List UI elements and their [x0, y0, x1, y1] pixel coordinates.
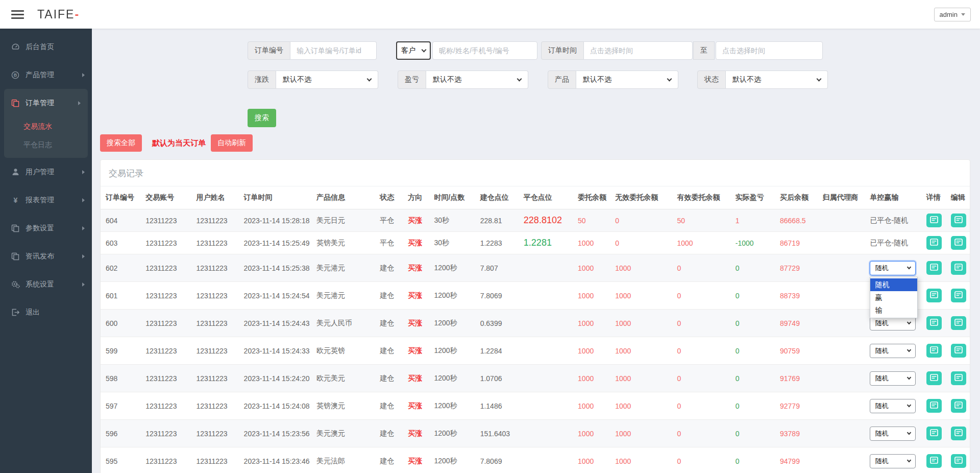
edit-button[interactable] — [951, 371, 966, 385]
chevron-down-icon — [817, 77, 822, 82]
detail-button[interactable] — [926, 344, 942, 358]
sidebar-item-reports[interactable]: ¥报表管理 — [0, 186, 92, 214]
win-lose-select[interactable]: 随机 — [870, 454, 916, 468]
product-select[interactable]: 默认不选 — [576, 70, 678, 89]
auto-refresh-button[interactable]: 自动刷新 — [211, 134, 253, 152]
list-icon — [954, 239, 963, 247]
sidebar: 后台首页B产品管理订单管理交易流水平仓日志用户管理¥报表管理参数设置资讯发布系统… — [0, 29, 92, 473]
order-time-start-input[interactable] — [584, 41, 693, 60]
search-all-button[interactable]: 搜索全部 — [100, 134, 142, 152]
detail-button[interactable] — [926, 261, 942, 275]
yen-icon: ¥ — [10, 196, 20, 204]
dropdown-option[interactable]: 赢 — [870, 291, 917, 304]
column-header: 订单时间 — [239, 186, 311, 209]
list-icon — [930, 401, 938, 410]
list-icon — [954, 457, 963, 465]
detail-button[interactable] — [926, 214, 942, 227]
column-header: 建仓点位 — [475, 186, 519, 209]
column-header: 平仓点位 — [519, 186, 573, 209]
list-icon — [930, 319, 938, 327]
list-icon — [930, 429, 938, 438]
gear-icon — [10, 280, 20, 289]
chevron-right-icon — [82, 198, 85, 202]
column-header: 归属代理商 — [817, 186, 865, 209]
admin-menu-button[interactable]: admin — [934, 8, 971, 21]
column-header: 有效委托余额 — [672, 186, 730, 209]
detail-button[interactable] — [926, 371, 942, 385]
detail-button[interactable] — [926, 316, 942, 330]
list-icon — [954, 319, 963, 327]
sidebar-item-label: 报表管理 — [26, 196, 54, 205]
sidebar-item-params[interactable]: 参数设置 — [0, 214, 92, 242]
sidebar-item-logout[interactable]: 退出 — [0, 298, 92, 326]
profit-select[interactable]: 默认不选 — [426, 70, 528, 89]
edit-button[interactable] — [951, 289, 966, 302]
order-no-input[interactable] — [290, 41, 377, 60]
admin-label: admin — [940, 11, 958, 18]
orders-icon — [10, 99, 20, 107]
order-time-filter: 订单时间 至 — [541, 41, 823, 60]
detail-button[interactable] — [926, 427, 942, 440]
order-time-end-input[interactable] — [716, 41, 823, 60]
win-lose-select[interactable]: 随机 — [870, 427, 916, 441]
win-lose-select[interactable]: 随机 — [870, 371, 916, 386]
sidebar-item-orders[interactable]: 订单管理 — [4, 89, 88, 117]
table-row: 59912311223123112232023-11-14 15:24:33欧元… — [101, 337, 970, 365]
chevron-right-icon — [82, 170, 85, 174]
column-header: 交易账号 — [140, 186, 191, 209]
table-header-row: 订单编号交易账号用户姓名订单时间产品信息状态方向时间/点数建仓点位平仓点位委托余… — [101, 186, 970, 209]
win-lose-select[interactable]: 随机 — [870, 316, 916, 330]
customer-input[interactable] — [432, 41, 537, 60]
column-header: 状态 — [375, 186, 403, 209]
list-icon — [954, 346, 963, 355]
edit-button[interactable] — [951, 399, 966, 413]
column-header: 时间/点数 — [429, 186, 475, 209]
to-label: 至 — [693, 41, 715, 60]
list-icon — [930, 374, 938, 383]
sidebar-item-news[interactable]: 资讯发布 — [0, 242, 92, 270]
chevron-down-icon — [667, 77, 672, 82]
edit-button[interactable] — [951, 427, 966, 440]
customer-type-select[interactable]: 客户 — [396, 41, 431, 60]
detail-button[interactable] — [926, 236, 942, 250]
column-header: 订单编号 — [101, 186, 140, 209]
sidebar-subitem-trade-flow[interactable]: 交易流水 — [4, 117, 88, 135]
win-lose-select[interactable]: 随机 — [870, 261, 916, 275]
sidebar-item-products[interactable]: B产品管理 — [0, 61, 92, 89]
default-today-label: 默认为当天订单 — [152, 138, 206, 148]
customer-filter: 客户 — [396, 41, 537, 60]
filter-area: 订单编号 客户 订单时间 至 涨跌 默认不选 盈亏 — [92, 29, 980, 89]
detail-button[interactable] — [926, 399, 942, 413]
chevron-down-icon — [907, 265, 911, 269]
sidebar-item-home[interactable]: 后台首页 — [0, 33, 92, 61]
win-lose-select[interactable]: 随机 — [870, 344, 916, 358]
sidebar-item-users[interactable]: 用户管理 — [0, 158, 92, 186]
win-lose-select[interactable]: 随机 — [870, 399, 916, 413]
sidebar-subitem-close-log[interactable]: 平仓日志 — [4, 135, 88, 154]
dropdown-option[interactable]: 输 — [870, 304, 917, 317]
edit-button[interactable] — [951, 236, 966, 250]
edit-button[interactable] — [951, 344, 966, 358]
sidebar-item-label: 参数设置 — [26, 224, 54, 233]
sidebar-item-system[interactable]: 系统设置 — [0, 270, 92, 298]
status-filter: 状态 默认不选 — [697, 70, 828, 89]
chevron-right-icon — [82, 254, 85, 258]
detail-button[interactable] — [926, 289, 942, 302]
hamburger-menu-icon[interactable] — [11, 10, 24, 19]
dropdown-option[interactable]: 随机 — [870, 278, 917, 291]
search-button[interactable]: 搜索 — [248, 109, 276, 127]
edit-button[interactable] — [951, 316, 966, 330]
win-lose-dropdown: 随机赢输 — [870, 277, 918, 318]
table-row: 60312311223123112232023-11-14 15:25:49英镑… — [101, 232, 970, 254]
status-select[interactable]: 默认不选 — [726, 70, 828, 89]
doc-icon — [10, 224, 20, 232]
edit-button[interactable] — [951, 261, 966, 275]
main-content: 订单编号 客户 订单时间 至 涨跌 默认不选 盈亏 — [92, 29, 980, 473]
rise-fall-select[interactable]: 默认不选 — [276, 70, 378, 89]
detail-button[interactable] — [926, 454, 942, 468]
edit-button[interactable] — [951, 454, 966, 468]
table-row: 59612311223123112232023-11-14 15:23:56美元… — [101, 420, 970, 447]
panel-title: 交易记录 — [101, 160, 970, 186]
edit-button[interactable] — [951, 214, 966, 227]
chevron-down-icon — [907, 403, 911, 407]
